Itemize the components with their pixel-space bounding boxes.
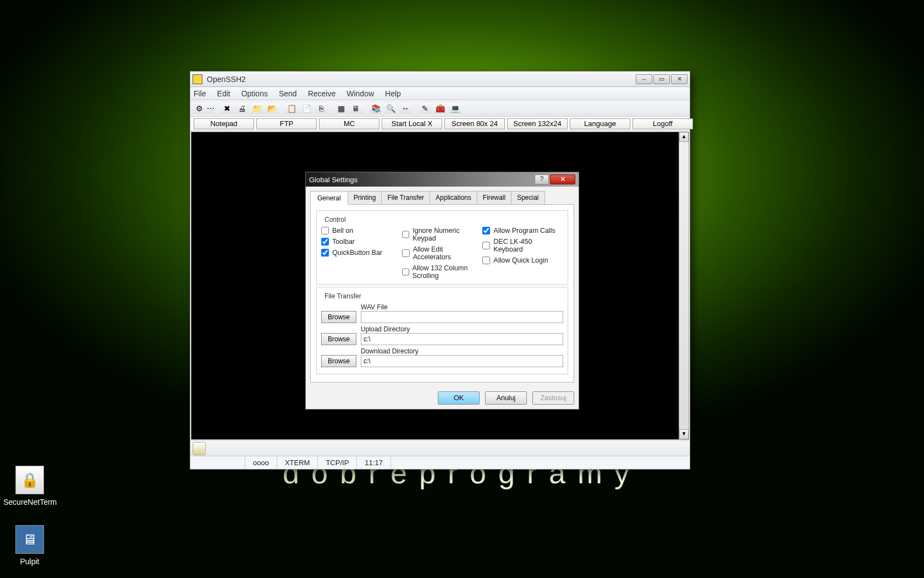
tab-applications[interactable]: Applications [430, 191, 477, 204]
toolbar-grid-icon[interactable]: ▦ [334, 102, 348, 115]
toolbar-copy-icon[interactable]: 📋 [285, 102, 298, 115]
toolbar-edit-icon[interactable]: ✎ [419, 102, 432, 115]
menu-help[interactable]: Help [385, 89, 401, 98]
wav-file-input[interactable] [361, 311, 563, 323]
quick-language[interactable]: Language [570, 118, 630, 129]
window-controls: – ▭ ✕ [636, 74, 688, 84]
chk-132scroll[interactable]: Allow 132 Column Scrolling [402, 264, 483, 280]
chk-lk450[interactable]: DEC LK-450 Keyboard [482, 238, 563, 253]
quick-screen132[interactable]: Screen 132x24 [507, 118, 568, 129]
menu-window[interactable]: Window [346, 89, 374, 98]
download-label: Download Directory [361, 347, 563, 355]
chk-toolbar[interactable]: Toolbar [321, 238, 402, 246]
tab-special[interactable]: Special [511, 191, 544, 204]
toolbar-duplicate-icon[interactable]: ⎘ [315, 102, 328, 115]
toolbar-print-icon[interactable]: 🖨 [235, 102, 249, 115]
titlebar[interactable]: OpenSSH2 – ▭ ✕ [190, 72, 690, 87]
chk-bellon[interactable]: Bell on [321, 227, 402, 235]
browse-download-button[interactable]: Browse [321, 355, 356, 367]
menu-file[interactable]: File [194, 89, 206, 98]
desktop-icon-securenetterm[interactable]: 🔒 SecureNetTerm [3, 466, 56, 506]
toolbar-disconnect-icon[interactable]: ✖ [221, 102, 234, 115]
toolbar-host-icon[interactable]: 🖥 [349, 102, 362, 115]
dialog-titlebar[interactable]: Global Settings ? ✕ [306, 172, 579, 187]
tab-printing[interactable]: Printing [348, 191, 382, 204]
toolbar-transfer-icon[interactable]: ↔ [399, 102, 412, 115]
quick-startlocalx[interactable]: Start Local X [382, 118, 442, 129]
chk-programcalls[interactable]: Allow Program Calls [482, 227, 563, 235]
desktop: dobreprogramy 🔒 SecureNetTerm 🖥 Pulpit O… [0, 0, 924, 578]
quick-mc[interactable]: MC [319, 118, 380, 129]
desktop-icon-pulpit[interactable]: 🖥 Pulpit [3, 525, 56, 566]
chk-input[interactable] [482, 257, 490, 264]
apply-button[interactable]: Zastosuj [532, 391, 574, 405]
scroll-up-icon[interactable]: ▲ [679, 132, 689, 142]
minimize-button[interactable]: – [636, 74, 652, 84]
tab-panel-general: Control Bell on Toolbar QuickButton Bar … [310, 204, 574, 383]
upload-label: Upload Directory [361, 325, 563, 333]
menu-options[interactable]: Options [241, 89, 268, 98]
chk-editaccel[interactable]: Allow Edit Accelerators [402, 246, 483, 261]
toolbar-folder-icon[interactable]: 📂 [265, 102, 278, 115]
scroll-down-icon[interactable]: ▼ [679, 429, 689, 439]
toolbar-find-icon[interactable]: 🔍 [384, 102, 397, 115]
chk-input[interactable] [402, 231, 410, 238]
chk-input[interactable] [482, 227, 490, 235]
menu-send[interactable]: Send [279, 89, 297, 98]
status-oooo: oooo [245, 456, 277, 469]
close-button[interactable]: ✕ [671, 74, 688, 84]
lock-icon: 🔒 [15, 466, 44, 494]
maximize-button[interactable]: ▭ [653, 74, 670, 84]
browse-upload-button[interactable]: Browse [321, 333, 356, 345]
group-control: Control Bell on Toolbar QuickButton Bar … [316, 210, 568, 285]
toolbar-open-icon[interactable]: 📁 [250, 102, 263, 115]
dialog-footer: OK Anuluj Zastosuj [306, 387, 579, 409]
quick-notepad[interactable]: Notepad [194, 118, 254, 129]
tab-general[interactable]: General [310, 191, 348, 205]
app-icon [193, 74, 202, 84]
palette-icon[interactable] [193, 442, 206, 455]
menu-receive[interactable]: Receive [308, 89, 336, 98]
toolbar-tools-icon[interactable]: 🧰 [433, 102, 447, 115]
group-legend: File Transfer [322, 292, 364, 300]
dialog-title: Global Settings [309, 176, 535, 184]
upload-dir-input[interactable] [361, 333, 563, 345]
toolbar: ⚙ ⋯ ✖ 🖨 📁 📂 📋 📄 ⎘ ▦ 🖥 📚 🔍 ↔ ✎ 🧰 💻 [190, 100, 690, 117]
terminal-scrollbar[interactable]: ▲ ▼ [679, 132, 689, 439]
desktop-icon-label: SecureNetTerm [3, 498, 56, 506]
chk-input[interactable] [321, 249, 329, 257]
browse-wav-button[interactable]: Browse [321, 311, 356, 323]
toolbar-book-icon[interactable]: 📚 [369, 102, 382, 115]
bottom-toolbar [190, 440, 690, 456]
chk-quicklogin[interactable]: Allow Quick Login [482, 257, 563, 264]
cancel-button[interactable]: Anuluj [485, 391, 527, 405]
tab-filetransfer[interactable]: File Transfer [381, 191, 430, 204]
quickbutton-bar: Notepad FTP MC Start Local X Screen 80x … [190, 117, 690, 131]
chk-input[interactable] [321, 238, 329, 246]
toolbar-terminal-icon[interactable]: 💻 [448, 102, 461, 115]
download-dir-input[interactable] [361, 355, 563, 367]
quick-logoff[interactable]: Logoff [632, 118, 693, 129]
tab-firewall[interactable]: Firewall [477, 191, 512, 204]
toolbar-settings-icon[interactable]: ⚙ [193, 102, 206, 115]
toolbar-paste-icon[interactable]: 📄 [300, 102, 313, 115]
quick-screen80[interactable]: Screen 80x 24 [444, 118, 505, 129]
chk-input[interactable] [482, 242, 490, 249]
dialog-close-button[interactable]: ✕ [550, 175, 575, 184]
status-term: XTERM [277, 456, 318, 469]
toolbar-dropdown-icon[interactable]: ⋯ [207, 102, 214, 115]
ok-button[interactable]: OK [438, 391, 480, 405]
chk-ignorekeypad[interactable]: Ignore Numeric Keypad [402, 227, 483, 242]
chk-quickbutton[interactable]: QuickButton Bar [321, 249, 402, 257]
dialog-help-button[interactable]: ? [535, 175, 549, 184]
quick-ftp[interactable]: FTP [256, 118, 317, 129]
chk-input[interactable] [321, 227, 329, 235]
dialog-body: General Printing File Transfer Applicati… [306, 187, 579, 387]
menu-edit[interactable]: Edit [217, 89, 230, 98]
chk-input[interactable] [402, 249, 410, 257]
window-title: OpenSSH2 [207, 75, 636, 84]
chk-input[interactable] [402, 268, 409, 276]
dialog-tabs: General Printing File Transfer Applicati… [310, 191, 574, 204]
status-time: 11:17 [357, 456, 391, 469]
statusbar: oooo XTERM TCP/IP 11:17 [190, 456, 690, 469]
